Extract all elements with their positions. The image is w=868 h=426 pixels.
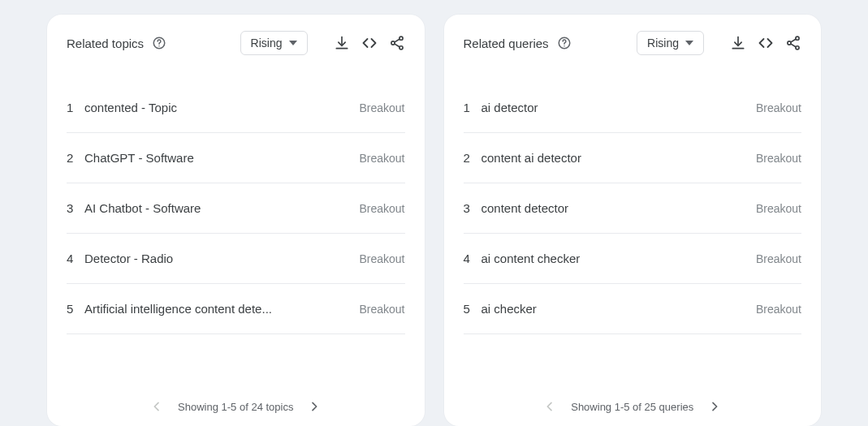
help-icon[interactable]	[152, 36, 166, 50]
list: 1 ai detector Breakout 2 content ai dete…	[464, 83, 802, 381]
prev-button	[543, 400, 556, 413]
item-label: content ai detector	[482, 151, 756, 165]
related-queries-panel: Related queries Rising 1 ai detector Bre…	[444, 15, 822, 426]
panel-header: Related queries Rising	[464, 31, 802, 55]
pagination-text: Showing 1-5 of 25 queries	[571, 401, 693, 413]
rank: 5	[464, 302, 482, 316]
item-label: ai checker	[482, 302, 756, 316]
pagination-text: Showing 1-5 of 24 topics	[178, 401, 293, 413]
list-item[interactable]: 4 ai content checker Breakout	[464, 234, 802, 284]
item-label: contented - Topic	[84, 101, 359, 114]
related-topics-panel: Related topics Rising 1 contented - Topi…	[47, 15, 425, 426]
download-icon[interactable]	[730, 35, 746, 51]
item-label: content detector	[482, 201, 756, 215]
rank: 5	[67, 302, 84, 316]
panel-title: Related queries	[464, 37, 549, 50]
share-icon[interactable]	[389, 35, 405, 51]
list-item[interactable]: 5 Artificial intelligence content dete..…	[67, 284, 405, 334]
item-metric: Breakout	[756, 101, 801, 114]
next-button[interactable]	[308, 400, 321, 413]
item-label: ChatGPT - Software	[84, 151, 359, 165]
dropdown-label: Rising	[251, 37, 283, 49]
embed-icon[interactable]	[758, 35, 774, 51]
list-item[interactable]: 5 ai checker Breakout	[464, 284, 802, 334]
pagination: Showing 1-5 of 25 queries	[464, 400, 802, 413]
rank: 2	[464, 151, 482, 165]
item-label: Artificial intelligence content dete...	[84, 302, 359, 316]
item-metric: Breakout	[359, 202, 404, 215]
embed-icon[interactable]	[361, 35, 378, 51]
item-metric: Breakout	[359, 303, 404, 316]
item-metric: Breakout	[359, 152, 404, 165]
list-item[interactable]: 1 contented - Topic Breakout	[67, 83, 405, 133]
rank: 1	[464, 101, 482, 114]
rank: 4	[464, 252, 482, 265]
item-label: Detector - Radio	[84, 252, 359, 265]
list-item[interactable]: 3 AI Chatbot - Software Breakout	[67, 183, 405, 234]
svg-point-6	[564, 45, 565, 47]
sort-dropdown[interactable]: Rising	[240, 31, 308, 55]
dropdown-label: Rising	[647, 37, 679, 49]
rank: 1	[67, 101, 84, 114]
chevron-down-icon	[685, 39, 693, 47]
item-metric: Breakout	[359, 252, 404, 265]
list-item[interactable]: 2 content ai detector Breakout	[464, 133, 802, 183]
list-item[interactable]: 1 ai detector Breakout	[464, 83, 802, 133]
rank: 3	[67, 201, 84, 215]
rank: 2	[67, 151, 84, 165]
share-icon[interactable]	[785, 35, 801, 51]
item-metric: Breakout	[756, 303, 801, 316]
item-metric: Breakout	[756, 202, 801, 215]
item-metric: Breakout	[756, 252, 801, 265]
download-icon[interactable]	[334, 35, 350, 51]
next-button[interactable]	[708, 400, 721, 413]
item-metric: Breakout	[359, 101, 404, 114]
help-icon[interactable]	[557, 36, 572, 50]
list-item[interactable]: 4 Detector - Radio Breakout	[67, 234, 405, 284]
list-item[interactable]: 3 content detector Breakout	[464, 183, 802, 234]
rank: 3	[464, 201, 482, 215]
svg-point-1	[158, 45, 160, 47]
prev-button	[150, 400, 163, 413]
item-label: ai content checker	[482, 252, 756, 265]
pagination: Showing 1-5 of 24 topics	[67, 400, 405, 413]
chevron-down-icon	[289, 39, 297, 47]
rank: 4	[67, 252, 84, 265]
item-label: AI Chatbot - Software	[84, 201, 359, 215]
item-label: ai detector	[482, 101, 756, 114]
panel-header: Related topics Rising	[67, 31, 405, 55]
list-item[interactable]: 2 ChatGPT - Software Breakout	[67, 133, 405, 183]
sort-dropdown[interactable]: Rising	[637, 31, 704, 55]
list: 1 contented - Topic Breakout 2 ChatGPT -…	[67, 83, 405, 381]
item-metric: Breakout	[756, 152, 801, 165]
panel-title: Related topics	[67, 37, 144, 50]
